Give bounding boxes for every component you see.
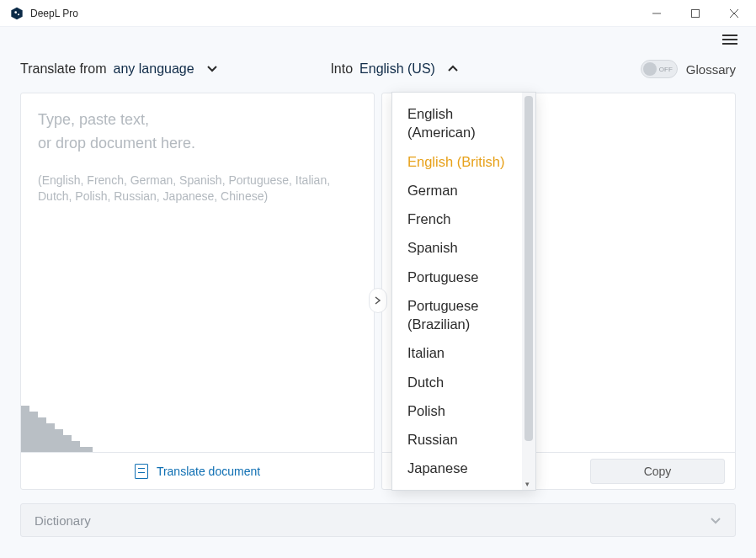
target-language-prefix: Into <box>330 61 353 77</box>
source-language-selector[interactable]: Translate from any language <box>20 61 330 77</box>
chevron-up-icon <box>447 61 459 77</box>
copy-button[interactable]: Copy <box>590 459 725 484</box>
swap-languages-button[interactable] <box>369 288 387 313</box>
dictionary-label: Dictionary <box>35 513 91 528</box>
dropdown-item[interactable]: Portuguese <box>392 263 522 291</box>
close-button[interactable] <box>722 3 746 24</box>
dropdown-item[interactable]: English (American) <box>392 99 522 147</box>
dictionary-expander[interactable]: Dictionary <box>20 503 736 537</box>
minimize-button[interactable] <box>645 3 668 24</box>
placeholder-line-1: Type, paste text, <box>38 111 149 128</box>
dropdown-item[interactable]: French <box>392 205 522 233</box>
source-language-prefix: Translate from <box>20 61 107 77</box>
dropdown-item[interactable]: Polish <box>392 396 522 425</box>
dropdown-item[interactable]: English (British) <box>392 147 522 176</box>
chevron-down-icon <box>206 61 218 77</box>
svg-point-2 <box>18 13 19 15</box>
watermark-icon <box>21 385 93 452</box>
main-panes: Type, paste text, or drop document here.… <box>0 93 756 490</box>
dropdown-list: English (American)English (British)Germa… <box>392 93 522 490</box>
svg-marker-0 <box>11 7 22 19</box>
menu-row <box>0 27 756 52</box>
chevron-right-icon <box>375 296 381 305</box>
source-language-value: any language <box>114 61 194 77</box>
source-pane-footer: Translate document <box>21 452 374 489</box>
glossary-controls: OFF Glossary <box>641 60 736 78</box>
dropdown-item[interactable]: Japanese <box>392 454 522 482</box>
dropdown-item[interactable]: Dutch <box>392 368 522 396</box>
dropdown-scrollbar[interactable]: ▾ <box>522 93 535 490</box>
dropdown-item[interactable]: Spanish <box>392 233 522 262</box>
translate-document-label: Translate document <box>157 465 260 478</box>
titlebar: DeepL Pro <box>0 0 756 27</box>
target-language-value: English (US) <box>359 61 435 77</box>
target-language-dropdown: English (American)English (British)Germa… <box>391 92 536 491</box>
target-language-selector[interactable]: Into English (US) <box>330 61 640 77</box>
source-pane: Type, paste text, or drop document here.… <box>20 93 375 490</box>
language-row: Translate from any language Into English… <box>0 52 756 93</box>
window-controls <box>645 3 746 24</box>
dropdown-item[interactable]: Italian <box>392 338 522 367</box>
dropdown-item[interactable]: Chinese <box>392 483 522 490</box>
supported-languages-text: (English, French, German, Spanish, Portu… <box>38 173 357 205</box>
source-placeholder: Type, paste text, or drop document here. <box>38 109 357 156</box>
hamburger-menu-icon[interactable] <box>722 35 737 45</box>
copy-button-label: Copy <box>644 465 672 478</box>
app-logo-icon <box>10 7 24 20</box>
placeholder-line-2: or drop document here. <box>38 135 195 151</box>
translate-document-button[interactable]: Translate document <box>135 464 260 479</box>
svg-marker-7 <box>21 406 93 452</box>
glossary-label[interactable]: Glossary <box>686 62 736 77</box>
chevron-down-icon <box>710 513 721 528</box>
dropdown-item[interactable]: Portuguese (Brazilian) <box>392 291 522 339</box>
dropdown-item[interactable]: German <box>392 176 522 205</box>
toggle-state-text: OFF <box>659 66 673 73</box>
svg-point-1 <box>14 11 17 13</box>
glossary-toggle[interactable]: OFF <box>641 60 678 78</box>
window-title: DeepL Pro <box>30 8 645 19</box>
dropdown-item[interactable]: Russian <box>392 425 522 454</box>
scroll-down-arrow-icon: ▾ <box>525 480 530 488</box>
maximize-button[interactable] <box>684 3 707 24</box>
document-icon <box>135 464 148 479</box>
source-input[interactable]: Type, paste text, or drop document here.… <box>21 93 374 452</box>
svg-rect-4 <box>692 9 700 17</box>
